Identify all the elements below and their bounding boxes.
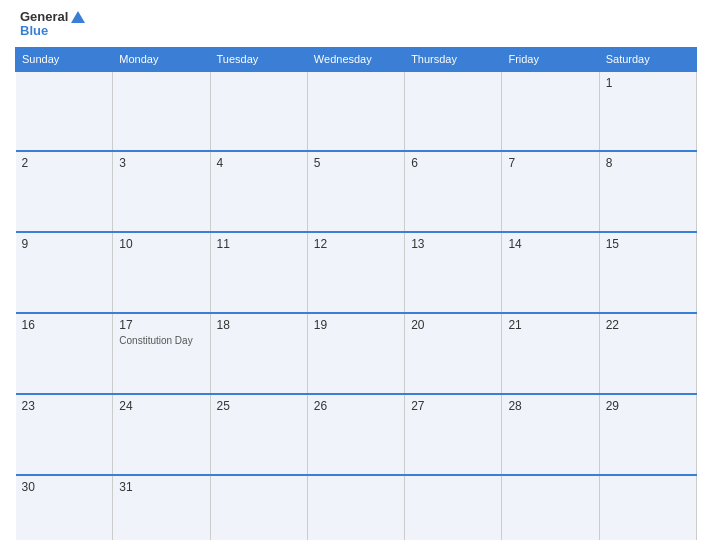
calendar-cell: 17Constitution Day	[113, 313, 210, 394]
week-row-5: 23242526272829	[16, 394, 697, 475]
calendar-cell	[307, 71, 404, 152]
logo-general: General	[20, 10, 68, 24]
calendar-cell: 10	[113, 232, 210, 313]
day-number: 21	[508, 318, 592, 332]
logo-blue: Blue	[20, 24, 85, 38]
calendar-cell: 15	[599, 232, 696, 313]
day-number: 25	[217, 399, 301, 413]
day-number: 6	[411, 156, 495, 170]
day-number: 12	[314, 237, 398, 251]
calendar-cell	[113, 71, 210, 152]
day-number: 22	[606, 318, 690, 332]
day-number: 4	[217, 156, 301, 170]
calendar-cell: 31	[113, 475, 210, 540]
day-number: 18	[217, 318, 301, 332]
calendar-cell: 26	[307, 394, 404, 475]
week-row-4: 1617Constitution Day1819202122	[16, 313, 697, 394]
day-header-friday: Friday	[502, 47, 599, 71]
calendar-cell	[502, 475, 599, 540]
day-number: 24	[119, 399, 203, 413]
day-header-monday: Monday	[113, 47, 210, 71]
day-number: 1	[606, 76, 690, 90]
day-number: 29	[606, 399, 690, 413]
calendar-cell: 22	[599, 313, 696, 394]
calendar-cell: 30	[16, 475, 113, 540]
calendar-cell: 27	[405, 394, 502, 475]
day-number: 5	[314, 156, 398, 170]
calendar-cell: 16	[16, 313, 113, 394]
calendar-container: General Blue SundayMondayTuesdayWednesda…	[0, 0, 712, 550]
day-header-wednesday: Wednesday	[307, 47, 404, 71]
day-number: 31	[119, 480, 203, 494]
day-number: 20	[411, 318, 495, 332]
calendar-cell	[405, 475, 502, 540]
days-header-row: SundayMondayTuesdayWednesdayThursdayFrid…	[16, 47, 697, 71]
day-header-thursday: Thursday	[405, 47, 502, 71]
calendar-cell: 2	[16, 151, 113, 232]
calendar-cell	[502, 71, 599, 152]
day-number: 8	[606, 156, 690, 170]
day-number: 19	[314, 318, 398, 332]
calendar-cell	[210, 475, 307, 540]
day-number: 17	[119, 318, 203, 332]
calendar-cell	[405, 71, 502, 152]
day-number: 11	[217, 237, 301, 251]
day-number: 7	[508, 156, 592, 170]
day-number: 28	[508, 399, 592, 413]
calendar-cell: 6	[405, 151, 502, 232]
day-number: 27	[411, 399, 495, 413]
day-number: 26	[314, 399, 398, 413]
calendar-cell: 14	[502, 232, 599, 313]
calendar-cell: 28	[502, 394, 599, 475]
logo-triangle-icon	[71, 11, 85, 23]
week-row-3: 9101112131415	[16, 232, 697, 313]
calendar-table: SundayMondayTuesdayWednesdayThursdayFrid…	[15, 47, 697, 540]
calendar-cell: 11	[210, 232, 307, 313]
day-header-saturday: Saturday	[599, 47, 696, 71]
calendar-cell: 4	[210, 151, 307, 232]
day-number: 16	[22, 318, 107, 332]
week-row-1: 1	[16, 71, 697, 152]
day-header-sunday: Sunday	[16, 47, 113, 71]
day-number: 3	[119, 156, 203, 170]
calendar-cell: 7	[502, 151, 599, 232]
week-row-6: 3031	[16, 475, 697, 540]
calendar-cell: 29	[599, 394, 696, 475]
calendar-cell	[16, 71, 113, 152]
day-number: 30	[22, 480, 107, 494]
day-number: 10	[119, 237, 203, 251]
week-row-2: 2345678	[16, 151, 697, 232]
calendar-cell: 12	[307, 232, 404, 313]
calendar-cell: 3	[113, 151, 210, 232]
calendar-cell: 8	[599, 151, 696, 232]
day-number: 13	[411, 237, 495, 251]
day-number: 23	[22, 399, 107, 413]
calendar-cell: 25	[210, 394, 307, 475]
calendar-cell: 24	[113, 394, 210, 475]
day-number: 14	[508, 237, 592, 251]
holiday-label: Constitution Day	[119, 334, 203, 347]
calendar-cell: 23	[16, 394, 113, 475]
calendar-cell: 9	[16, 232, 113, 313]
calendar-cell	[599, 475, 696, 540]
calendar-cell: 1	[599, 71, 696, 152]
day-number: 15	[606, 237, 690, 251]
day-number: 9	[22, 237, 107, 251]
day-number: 2	[22, 156, 107, 170]
day-header-tuesday: Tuesday	[210, 47, 307, 71]
calendar-cell: 18	[210, 313, 307, 394]
calendar-header: General Blue	[15, 10, 697, 39]
calendar-cell: 19	[307, 313, 404, 394]
logo: General Blue	[20, 10, 85, 39]
calendar-cell: 20	[405, 313, 502, 394]
calendar-cell: 13	[405, 232, 502, 313]
calendar-cell: 21	[502, 313, 599, 394]
calendar-cell: 5	[307, 151, 404, 232]
calendar-cell	[307, 475, 404, 540]
calendar-cell	[210, 71, 307, 152]
